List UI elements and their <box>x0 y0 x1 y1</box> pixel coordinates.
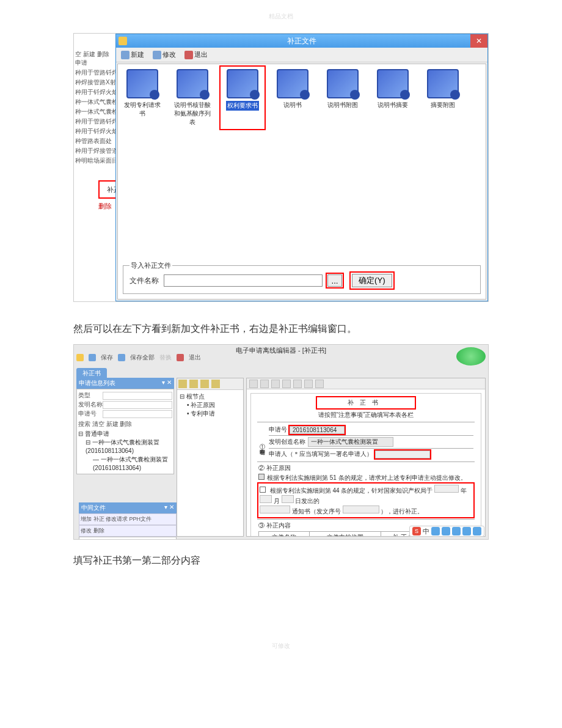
dialog-body: 发明专利请求书 说明书核苷酸和氨基酸序列表 权利要求书 说明书 说明书附图 说明… <box>117 64 486 300</box>
doc-icon <box>377 69 409 98</box>
import-legend: 导入补正文件 <box>130 261 172 270</box>
paragraph-1: 然后可以在左下方看到新加文件补正书，右边是补正书编辑窗口。 <box>73 320 489 337</box>
tool-icon[interactable] <box>200 380 209 388</box>
list-item: 种焊接管路X射 <box>74 78 117 87</box>
tool-icon[interactable] <box>178 380 187 388</box>
filename-label: 文件名称 <box>130 276 159 286</box>
middle-files-toolbar[interactable]: 增加 补正 修改请求 PPH文件 <box>79 513 177 525</box>
tree-item[interactable]: 一种一体式气囊检测装置(2016108113064) <box>86 439 159 454</box>
doc-icon <box>327 69 359 98</box>
section2: ② 补正原因 根据专利法实施细则第 51 条的规定，请求对上述专利申请主动提出修… <box>257 461 475 519</box>
list-tools[interactable]: 搜索 清空 新建 删除 <box>78 419 172 430</box>
ime-icon[interactable] <box>442 527 450 535</box>
reason-rule44-a: 根据专利法实施细则第 44 条的规定，针对国家知识产权局于 <box>270 487 433 494</box>
save-button[interactable]: 保存 <box>101 353 113 362</box>
document-pane: 补正书 请按照“注意事项”正确填写本表各栏 ①专利申请 申请号 20161081… <box>246 378 486 537</box>
appno-key: 申请号 <box>269 425 287 434</box>
day-field[interactable] <box>282 495 294 503</box>
file-type-card[interactable]: 摘要附图 <box>423 69 462 127</box>
exit-icon <box>184 51 193 59</box>
doc-icon <box>227 69 258 98</box>
file-type-card[interactable]: 说明书摘要 <box>373 69 412 127</box>
pane-controls[interactable]: ▾ ✕ <box>164 504 174 512</box>
form-title: 补正书 <box>317 397 415 408</box>
tool-icon[interactable] <box>211 380 220 388</box>
docno-field[interactable] <box>343 506 379 513</box>
dialog-title: 补正文件 <box>287 36 316 46</box>
doc-toolbar <box>247 378 485 389</box>
filename-input[interactable] <box>164 274 323 287</box>
pane-title: 中间文件 <box>81 504 106 512</box>
applicant-value[interactable] <box>375 450 430 458</box>
ime-icon[interactable] <box>462 527 471 535</box>
appno-value[interactable]: 2016108113064 <box>290 426 345 434</box>
list-item: 种用于管路钎焊 <box>74 68 117 78</box>
cut-icon[interactable] <box>249 380 258 388</box>
save-icon <box>89 354 96 361</box>
appno-input[interactable] <box>103 410 172 418</box>
type-select[interactable] <box>103 392 172 400</box>
application-tree[interactable]: ⊟ 普通申请 ⊟ 一种一体式气囊检测装置(2016108113064) — 一种… <box>78 430 172 472</box>
tree-item[interactable]: 专利申请 <box>191 410 215 417</box>
file-type-card-selected[interactable]: 权利要求书 <box>223 69 262 127</box>
reason-rule51: 根据专利法实施细则第 51 条的规定，请求对上述专利申请主动提出修改。 <box>267 474 467 481</box>
exit-button[interactable]: 退出 <box>189 353 201 362</box>
pane-controls[interactable]: ▾ ✕ <box>162 379 172 388</box>
ime-icon[interactable] <box>473 527 481 535</box>
file-type-card[interactable]: 说明书 <box>273 69 312 127</box>
zoom-icon[interactable] <box>304 380 313 388</box>
doc-icon <box>126 69 158 98</box>
tool-icon[interactable] <box>189 380 198 388</box>
new-icon <box>121 51 130 59</box>
saveall-button[interactable]: 保存全部 <box>130 353 155 362</box>
pane-title: 申请信息列表 <box>79 379 115 388</box>
list-item: 种明暗场采面目 <box>74 156 117 166</box>
year-field[interactable] <box>434 485 459 493</box>
close-button[interactable]: ✕ <box>470 34 487 48</box>
middle-files-toolbar2[interactable]: 修改 删除 <box>79 525 177 537</box>
applicant-key: 申请人（＊应当填写第一署名申请人） <box>269 450 373 458</box>
checkbox[interactable] <box>260 487 266 493</box>
list-item: 种用于管路钎焊 <box>74 117 117 127</box>
middle-files-pane: 中间文件 ▾ ✕ 增加 补正 修改请求 PPH文件 修改 删除 补正书 <box>79 502 177 540</box>
paragraph-2: 填写补正书第一第二部分内容 <box>73 552 489 568</box>
card-label: 说明书核苷酸和氨基酸序列表 <box>173 101 212 127</box>
list-item: 种用于钎焊火焰 <box>74 127 117 136</box>
notice-field[interactable] <box>260 506 290 513</box>
bg-delete-button[interactable]: 删除 <box>98 202 112 211</box>
exit-button[interactable]: 退出 <box>181 49 211 61</box>
list-item: 种用于钎焊火焰 <box>74 87 117 97</box>
outline-tree[interactable]: ⊟ 根节点 • 补正原因 • 专利申请 <box>177 390 243 421</box>
file-type-card[interactable]: 发明专利请求书 <box>123 69 162 127</box>
month-field[interactable] <box>260 495 272 503</box>
new-button[interactable]: 新建 <box>117 49 148 61</box>
tree-item[interactable]: 一种一体式气囊检测装置(2016108113064) <box>93 456 168 471</box>
ime-icon[interactable] <box>431 527 440 535</box>
browse-button[interactable]: ... <box>327 274 342 287</box>
ime-logo-icon: S <box>412 527 421 535</box>
ime-icon[interactable] <box>452 527 461 535</box>
card-label: 权利要求书 <box>226 101 259 111</box>
file-type-card[interactable]: 说明书附图 <box>323 69 362 127</box>
copy-icon[interactable] <box>260 380 269 388</box>
appno-label: 申请号 <box>78 410 103 418</box>
invname-value[interactable]: 一种一体式气囊检测装置 <box>308 437 393 447</box>
redo-icon[interactable] <box>293 380 302 388</box>
ime-bar[interactable]: S 中 <box>409 526 484 537</box>
ime-lang[interactable]: 中 <box>423 527 429 536</box>
modify-button[interactable]: 修改 <box>149 49 180 61</box>
doc-icon <box>277 69 308 98</box>
paste-icon[interactable] <box>271 380 280 388</box>
dialog-titlebar: 补正文件 ✕ <box>116 34 487 48</box>
checkbox[interactable] <box>258 474 265 480</box>
ok-button[interactable]: 确定(Y) <box>352 274 392 287</box>
txt: ），进行补正。 <box>381 508 423 515</box>
file-type-card[interactable]: 说明书核苷酸和氨基酸序列表 <box>173 69 212 127</box>
section2-title: ② 补正原因 <box>258 464 473 472</box>
tree-item[interactable]: 补正原因 <box>191 402 215 408</box>
undo-icon[interactable] <box>282 380 291 388</box>
list-item: 种管路表面处 <box>74 136 117 146</box>
name-input[interactable] <box>103 401 172 409</box>
print-icon[interactable] <box>315 380 324 388</box>
th-position: 文件中的位置 <box>310 532 381 537</box>
